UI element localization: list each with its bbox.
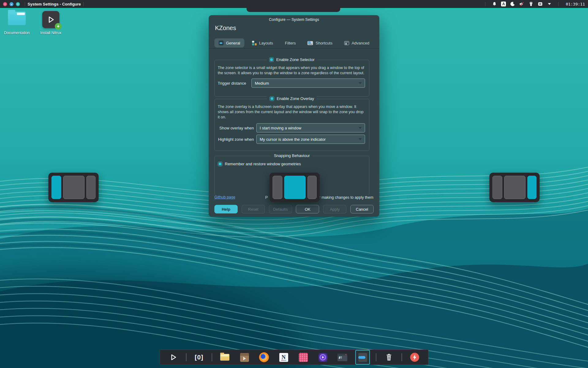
installer-icon: [42, 11, 59, 28]
usb-device-icon[interactable]: [528, 2, 533, 7]
ok-button[interactable]: OK: [296, 205, 319, 213]
enable-zone-overlay-checkbox[interactable]: [270, 96, 274, 101]
power-bolt-icon: [410, 352, 420, 362]
grid-icon: [252, 41, 257, 45]
chevron-down-icon: [359, 127, 362, 129]
divider: [212, 353, 212, 361]
settings-toggle-icon: [358, 353, 367, 362]
chevron-down-icon: [359, 82, 362, 84]
workspace-label: [0]: [195, 354, 204, 361]
divider: [485, 2, 485, 6]
zone-option[interactable]: [51, 176, 61, 199]
toggle-icon: [219, 40, 224, 45]
dock-item-music[interactable]: [298, 352, 309, 363]
tab-advanced[interactable]: Advanced: [340, 38, 374, 48]
clock[interactable]: 01:39:11: [566, 2, 585, 6]
group-description: The zone overlay is a fullscreen overlay…: [218, 104, 366, 120]
volume-muted-icon[interactable]: [519, 2, 524, 7]
night-light-icon[interactable]: [510, 2, 515, 7]
zone-option[interactable]: [63, 176, 85, 199]
tab-general[interactable]: General: [214, 38, 244, 48]
dock-item-firefox[interactable]: [258, 352, 270, 363]
divider: [376, 353, 376, 361]
dock-item-nitrux-launcher[interactable]: [168, 352, 179, 363]
enable-zone-selector-checkbox[interactable]: [269, 57, 274, 62]
defaults-button[interactable]: Defaults: [269, 205, 292, 213]
window-close-button[interactable]: ✕: [3, 2, 7, 6]
show-overlay-when-select[interactable]: I start moving a window: [256, 123, 365, 132]
divider: [83, 2, 84, 6]
divider: [558, 2, 559, 6]
page-title: KZones: [215, 25, 236, 32]
dock-item-workspace-switcher[interactable]: [0]: [194, 352, 205, 363]
keyboard-icon: L: [307, 41, 313, 45]
dock-item-system-settings[interactable]: [355, 350, 370, 365]
divider: [25, 2, 25, 6]
video-player-icon: [318, 353, 327, 362]
zone-selector-peek[interactable]: [247, 8, 340, 12]
tab-layouts[interactable]: Layouts: [248, 38, 277, 48]
zone-option[interactable]: [307, 176, 317, 199]
divider: [209, 48, 379, 48]
dock-item-terminal[interactable]: [337, 352, 348, 363]
nitrux-logo-icon: [169, 353, 177, 361]
download-badge-icon: [55, 23, 62, 30]
reset-button[interactable]: Reset: [242, 205, 265, 213]
tab-bar: General Layouts Filters L Shortcuts Adva…: [214, 38, 374, 48]
trash-icon: [385, 353, 393, 362]
desktop-icon-install-nitrux[interactable]: Install Nitrux: [42, 11, 76, 28]
dock: [0] N: [160, 350, 428, 365]
help-button[interactable]: Help: [214, 205, 238, 213]
dock-item-file-manager[interactable]: [219, 352, 230, 363]
music-icon: [299, 353, 308, 362]
status-text-fragment: r making changes to apply them: [319, 195, 373, 200]
zone-option[interactable]: [527, 176, 537, 199]
zone-option[interactable]: [273, 176, 282, 199]
network-port-icon[interactable]: [537, 2, 543, 7]
window-icon: [344, 41, 349, 45]
field-label: Highlight zone when: [218, 137, 254, 142]
zone-option[interactable]: [86, 176, 96, 199]
group-zone-selector: Enable Zone Selector The zone selector i…: [214, 60, 369, 97]
zone-selector-widget-center: [270, 173, 320, 202]
group-title: Snapping Behaviour: [274, 153, 310, 158]
package-icon: [240, 353, 249, 362]
dock-item-software-center[interactable]: [239, 352, 250, 363]
chevron-down-icon: [359, 138, 362, 140]
active-window-title: System Settings - Configure: [28, 2, 81, 6]
cancel-button[interactable]: Cancel: [350, 205, 374, 213]
window-maximize-button[interactable]: ▲: [9, 2, 13, 6]
zone-option[interactable]: [504, 176, 526, 199]
field-label: Show overlay when: [218, 126, 254, 130]
zone-option[interactable]: [284, 176, 306, 199]
divider: [401, 353, 402, 361]
dock-item-power[interactable]: [409, 352, 420, 363]
zone-selector-widget-left: [48, 173, 99, 202]
notes-icon: N: [279, 353, 288, 362]
dialog-title: Configure — System Settings: [209, 17, 379, 22]
folder-icon: [8, 12, 26, 25]
group-zone-overlay: Enable Zone Overlay The zone overlay is …: [214, 99, 369, 151]
top-panel: ✕ ▲ ▼ System Settings - Configure A 01:3…: [0, 0, 588, 8]
dialog-button-row: Help Reset Defaults OK Apply Cancel: [214, 205, 374, 213]
window-minimize-button[interactable]: ▼: [16, 2, 20, 6]
group-description: The zone selector is a small widget that…: [218, 65, 366, 76]
tab-filters[interactable]: Filters: [281, 38, 300, 48]
dock-item-trash[interactable]: [383, 352, 394, 363]
highlight-zone-when-select[interactable]: My cursor is above the zone indicator: [256, 135, 365, 144]
dock-item-notes[interactable]: N: [278, 352, 289, 363]
tab-shortcuts[interactable]: L Shortcuts: [303, 38, 337, 48]
terminal-icon: [337, 354, 347, 361]
desktop-icon-documentation[interactable]: Documentation: [0, 12, 34, 25]
notifications-icon[interactable]: [492, 2, 497, 7]
zone-selector-widget-right: [489, 173, 540, 202]
apply-button[interactable]: Apply: [323, 205, 346, 213]
github-page-link[interactable]: Github page: [214, 195, 235, 199]
trigger-distance-select[interactable]: Medium: [251, 79, 365, 88]
remember-geometries-checkbox[interactable]: [218, 162, 222, 166]
keyboard-layout-icon[interactable]: A: [501, 2, 506, 6]
status-text-fragment: P: [265, 195, 268, 200]
zone-option[interactable]: [492, 176, 502, 199]
expand-tray-icon[interactable]: [547, 2, 552, 7]
dock-item-video-player[interactable]: [317, 352, 328, 363]
